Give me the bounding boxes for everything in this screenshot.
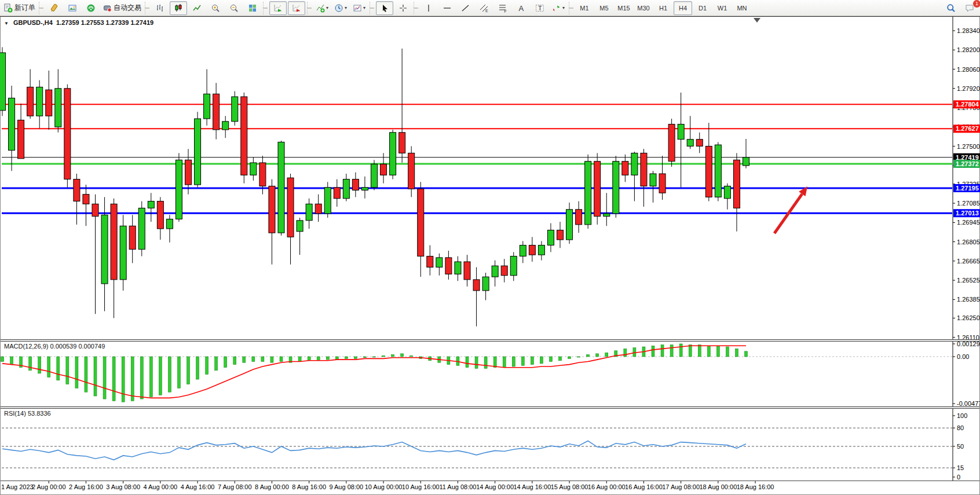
- chart-shift-button[interactable]: [288, 1, 305, 15]
- auto-scroll-button[interactable]: [269, 1, 287, 15]
- bar-chart-button[interactable]: [151, 1, 169, 15]
- dropdown-caret-icon[interactable]: ▾: [345, 5, 347, 10]
- timeframe-m30[interactable]: M30: [634, 1, 653, 15]
- candle: [36, 87, 43, 116]
- autoscroll-icon: [273, 3, 283, 13]
- candle: [46, 90, 52, 116]
- autotrade-icon: [103, 3, 112, 13]
- svg-text:1.27085: 1.27085: [957, 200, 980, 207]
- macd-bar: [726, 347, 729, 357]
- macd-bar: [689, 345, 692, 357]
- new-order-icon: [3, 3, 13, 13]
- timeframe-mn-label: MN: [737, 5, 747, 12]
- timeframe-h4[interactable]: H4: [674, 1, 692, 15]
- trendline-button[interactable]: [457, 1, 474, 15]
- timeframe-m5[interactable]: M5: [595, 1, 613, 15]
- notifications-button[interactable]: 1: [961, 1, 978, 15]
- svg-text:T: T: [538, 5, 542, 12]
- chevron-down-icon[interactable]: ▼: [4, 21, 9, 26]
- macd-bar: [596, 354, 599, 357]
- candlestick-chart-button[interactable]: [170, 1, 187, 15]
- zoom-in-button[interactable]: [207, 1, 224, 15]
- macd-bar: [559, 357, 562, 361]
- candle: [371, 164, 378, 187]
- templates-icon: [353, 3, 362, 13]
- zoom-out-button[interactable]: [225, 1, 243, 15]
- candle: [269, 186, 275, 233]
- macd-bar: [716, 346, 719, 357]
- candle: [631, 153, 638, 175]
- timeframe-h1[interactable]: H1: [654, 1, 672, 15]
- equidistant-channel-button[interactable]: E: [476, 1, 493, 15]
- chart-canvas[interactable]: 1.283401.282001.280601.279201.277801.276…: [0, 0, 980, 495]
- time-label: 11 Aug 08:00: [439, 483, 476, 490]
- periods-button[interactable]: ▾: [332, 1, 349, 15]
- label-icon: T: [535, 3, 544, 13]
- new-order-button[interactable]: 新订单: [2, 1, 37, 15]
- macd-bar: [698, 345, 701, 357]
- time-label: 18 Aug 00:00: [699, 483, 737, 490]
- tile-windows-button[interactable]: [244, 1, 261, 15]
- candle: [678, 124, 684, 140]
- timeframe-m15[interactable]: M15: [615, 1, 633, 15]
- timeframe-w1[interactable]: W1: [713, 1, 732, 15]
- candle: [111, 204, 117, 280]
- candle: [352, 179, 359, 190]
- time-label: 9 Aug 08:00: [329, 483, 363, 490]
- svg-text:1.28340: 1.28340: [957, 27, 980, 34]
- macd-bar: [140, 357, 143, 399]
- macd-bar: [549, 357, 552, 362]
- candle: [315, 204, 321, 214]
- svg-text:1.28060: 1.28060: [957, 66, 980, 73]
- cursor-button[interactable]: [376, 1, 393, 15]
- notification-badge: 1: [972, 0, 980, 8]
- svg-text:50: 50: [957, 443, 964, 450]
- svg-text:1.26805: 1.26805: [957, 239, 980, 245]
- macd-bar: [605, 353, 608, 357]
- candle: [213, 94, 220, 130]
- timeframe-mn[interactable]: MN: [733, 1, 751, 15]
- candle: [613, 162, 619, 214]
- fibonacci-button[interactable]: F: [494, 1, 511, 15]
- timeframe-m1[interactable]: M1: [575, 1, 594, 15]
- macd-bar: [707, 346, 710, 357]
- vertical-line-button[interactable]: [420, 1, 437, 15]
- dropdown-caret-icon[interactable]: ▾: [363, 5, 365, 10]
- text-button[interactable]: A: [513, 1, 530, 15]
- candle: [492, 266, 498, 277]
- candle: [157, 201, 163, 229]
- macd-bar: [382, 355, 385, 357]
- time-label: 8 Aug 16:00: [292, 483, 326, 490]
- candle: [64, 89, 71, 179]
- text-label-button[interactable]: T: [531, 1, 548, 15]
- toolbar-separator: [145, 2, 149, 14]
- svg-text:-0.004777: -0.004777: [957, 400, 980, 407]
- signals-button[interactable]: [82, 1, 100, 15]
- search-button[interactable]: [942, 1, 960, 15]
- chart-title: ▼ GBPUSD-,H4 1.27359 1.27553 1.27339 1.2…: [4, 19, 153, 26]
- macd-bar: [484, 357, 487, 368]
- candle: [650, 174, 656, 186]
- macd-bar: [29, 357, 32, 371]
- candle: [594, 162, 601, 217]
- autotrading-button[interactable]: 自动交易: [101, 1, 143, 15]
- dropdown-caret-icon[interactable]: ▾: [562, 5, 565, 10]
- indicators-button[interactable]: ▾: [313, 1, 331, 15]
- candle: [250, 163, 257, 175]
- horizontal-line-button[interactable]: [438, 1, 456, 15]
- candle: [455, 262, 461, 274]
- arrows-button[interactable]: ▾: [550, 1, 567, 15]
- macd-bar: [75, 357, 78, 388]
- timeframe-d1[interactable]: D1: [693, 1, 712, 15]
- candle: [520, 245, 526, 256]
- trendline-icon: [461, 3, 470, 13]
- metaeditor-button[interactable]: [45, 1, 63, 15]
- templates-button[interactable]: ▾: [350, 1, 368, 15]
- candle: [129, 226, 136, 249]
- dropdown-caret-icon[interactable]: ▾: [326, 5, 328, 10]
- svg-text:1.27804: 1.27804: [956, 101, 979, 108]
- gallery-button[interactable]: [64, 1, 81, 15]
- candle: [204, 94, 210, 119]
- crosshair-button[interactable]: [394, 1, 412, 15]
- line-chart-button[interactable]: [188, 1, 206, 15]
